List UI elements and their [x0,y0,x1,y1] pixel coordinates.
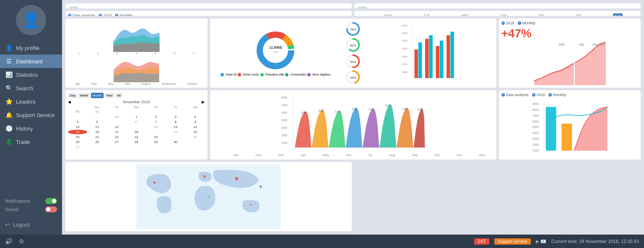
svg-rect-104 [418,42,422,78]
cal-tab-day[interactable]: Day [68,93,77,98]
svg-rect-143 [545,107,556,151]
svg-point-148 [235,177,239,180]
chart-card-9: 8000 7000 6000 5000 4000 3000 2000 3.6k … [210,90,496,159]
sidebar-item-statistics[interactable]: 📊Statistics [0,68,62,81]
chart-card-5: 1234567 1ppMayMayMayAugustSeptemberOctob… [65,18,208,88]
chart-card-1: 9000 8000 7000 6000 5000 4000 3000 2000 … [65,3,352,8]
svg-text:8000: 8000 [532,108,539,111]
sidebar-item-my-profile[interactable]: 👤My profile [0,41,62,55]
svg-point-147 [203,175,206,178]
svg-text:May: May [592,42,599,47]
nav-icon-support: 🔔 [5,112,13,118]
svg-rect-144 [561,124,572,151]
y-axis-1: 9000 8000 7000 6000 5000 4000 3000 2000 … [68,6,80,8]
svg-text:3000: 3000 [532,137,539,140]
svg-text:8000: 8000 [281,96,288,99]
cal-tab-year[interactable]: Year [104,93,114,98]
sidebar-item-trade[interactable]: 💲Trade [0,135,62,149]
svg-text:4000: 4000 [281,126,288,129]
svg-text:8000: 8000 [402,32,408,34]
chart-card-3: Data analysis 2019 Monthly [65,11,352,16]
svg-text:6000: 6000 [532,120,539,123]
svg-text:4000: 4000 [532,131,539,134]
cal-next[interactable]: ▶ [202,100,205,104]
chart-card-8: Day Week Month Year All ◀ November 2018 … [65,90,208,159]
svg-text:Mar: Mar [558,42,565,47]
svg-point-79 [266,40,286,60]
svg-rect-105 [425,39,429,78]
badge-247: 24/7 [474,238,489,245]
svg-rect-108 [440,41,444,78]
nav-label-history: History [16,125,33,132]
svg-text:5000: 5000 [281,119,288,122]
svg-text:4.3k: 4.3k [418,108,423,111]
svg-text:Apr: Apr [579,42,584,47]
chart-card-4: MON9 TUE10 WED11 THU12 FRI13 SAT14 SUN15… [354,11,641,16]
notifications-toggle[interactable] [45,198,57,204]
sidebar-item-history[interactable]: 🕐History [0,122,62,135]
svg-text:4.1k: 4.1k [318,109,323,112]
sidebar-item-leaders[interactable]: ⭐Leaders [0,95,62,108]
svg-text:1000: 1000 [532,149,539,152]
nav-label-statistics: Statistics [16,72,38,78]
logout-label: Logout [13,222,30,228]
sound-toggle[interactable] [45,206,57,212]
nav-icon-trade: 💲 [5,138,13,145]
svg-text:75%: 75% [350,28,356,31]
svg-text:41%: 41% [273,50,278,53]
sidebar-settings: Notifications Sound [0,195,62,218]
nav-label-support: Support Service [16,112,55,118]
svg-text:4000: 4000 [402,63,408,65]
svg-text:3.9k: 3.9k [369,108,374,111]
sidebar-item-support[interactable]: 🔔Support Service [0,108,62,122]
svg-rect-109 [447,35,450,78]
sidebar-item-dashboard[interactable]: ☰Dashboard [0,55,62,68]
svg-rect-106 [429,35,433,78]
main-content: 9000 8000 7000 6000 5000 4000 3000 2000 … [62,0,644,235]
svg-text:3000: 3000 [402,71,408,73]
svg-text:11.600$: 11.600$ [269,45,282,49]
svg-text:3.6k: 3.6k [301,111,306,114]
notifications-label: Notifications [5,198,30,204]
svg-text:5000: 5000 [532,125,539,128]
world-map-svg [68,164,349,229]
nav-label-my-profile: My profile [16,45,39,51]
nav-icon-my-profile: 👤 [5,44,13,51]
svg-rect-110 [450,32,454,78]
svg-text:9000: 9000 [532,102,539,105]
status-bar: 🔊 ⚙ 24/7 Support Service ▶ 📧 Current tim… [0,235,644,248]
svg-point-151 [208,196,210,198]
cal-tab-month[interactable]: Month [91,93,104,98]
cal-prev[interactable]: ◀ [68,100,71,104]
svg-text:60%: 60% [350,44,356,47]
svg-text:3.8k: 3.8k [402,107,408,110]
line-chart-1-svg: 5.8 k 7.1 k [80,6,312,8]
nav-icon-statistics: 📊 [5,71,13,78]
svg-rect-103 [415,50,418,78]
sidebar-item-search[interactable]: 🔍Search [0,81,62,95]
current-time: Current time: 24 November 2018, 12:35:43 [551,239,639,244]
colorful-bar-svg: 8000 7000 6000 5000 4000 3000 2000 3.6k … [213,93,494,153]
logout-button[interactable]: ↩ Logout [0,218,62,231]
nav-label-trade: Trade [16,139,30,145]
logout-icon: ↩ [5,222,10,228]
area-chart-7: Mar Apr May Jun [501,40,639,85]
volume-icon[interactable]: 🔊 [5,238,12,245]
radio-group-7: 2018 Monthly [501,21,639,25]
svg-text:9000: 9000 [402,24,408,27]
cal-tab-all[interactable]: All [115,93,122,98]
svg-text:45%: 45% [350,76,356,79]
svg-text:3.7k: 3.7k [335,110,340,113]
donut-svg: 11.600$ 41% [254,29,296,71]
wave-chart-bottom [68,55,205,82]
bar-chart-2-svg: 3.8k 4.2k 4.5k [369,6,638,8]
settings-icon[interactable]: ⚙ [19,238,24,245]
radio-group-3: Data analysis 2019 Monthly [68,13,349,16]
chart-card-7: 2018 Monthly +47% Mar Apr May Jun [499,18,641,88]
chart-legend-1: Lorem ipsum dolor sit amet, consectetur … [313,8,348,8]
svg-text:2000: 2000 [281,141,288,144]
svg-point-146 [153,181,156,184]
svg-point-149 [250,204,252,206]
cal-tab-week[interactable]: Week [78,93,90,98]
chart-card-10: Data analysis 2019 Monthly 9000 8000 [499,90,641,159]
